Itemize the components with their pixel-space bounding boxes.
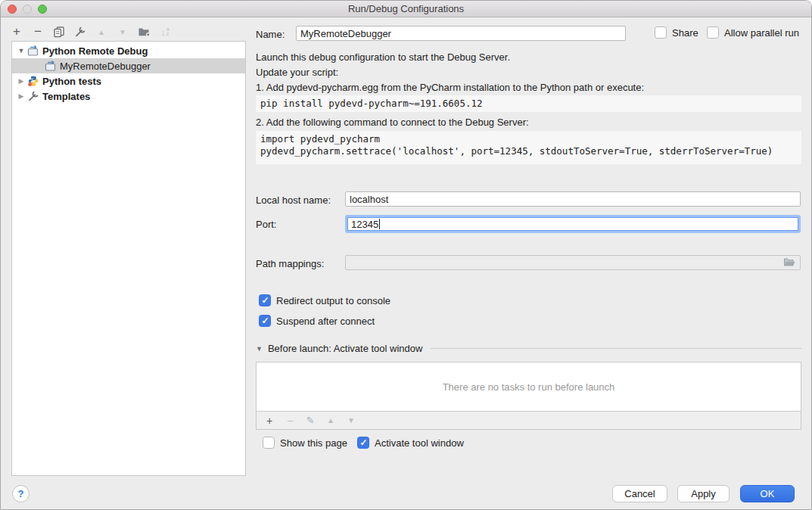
before-launch-task-list: There are no tasks to run before launch: [256, 362, 801, 412]
redirect-output-checkbox[interactable]: Redirect output to console: [259, 294, 390, 306]
pip-install-code: pip install pydevd-pycharm~=191.6605.12: [256, 95, 801, 112]
checkbox-checked-icon: [259, 315, 271, 327]
templates-wrench-icon: [27, 90, 39, 102]
move-up-icon: ▲: [327, 416, 334, 424]
move-up-button[interactable]: ▲: [93, 23, 110, 40]
share-checkbox[interactable]: Share: [655, 26, 698, 39]
wrench-icon: [74, 26, 86, 38]
remove-icon: −: [34, 24, 42, 39]
tree-item-label: MyRemoteDebugger: [60, 61, 151, 72]
remote-debug-config-icon: [27, 45, 39, 57]
apply-button[interactable]: Apply: [677, 485, 730, 502]
code-line-import: import pydevd_pycharm: [260, 133, 797, 145]
path-mappings-label: Path mappings:: [256, 258, 324, 269]
new-folder-button[interactable]: [135, 23, 152, 40]
traffic-lights: [8, 5, 47, 14]
tree-item-templates[interactable]: ▶ Templates: [12, 89, 245, 104]
name-input[interactable]: [296, 26, 626, 41]
copy-configuration-button[interactable]: [51, 23, 67, 40]
remove-icon: −: [287, 415, 293, 427]
checkbox-box-icon: [707, 26, 719, 39]
before-launch-section-header[interactable]: ▼ Before launch: Activate tool window: [256, 343, 801, 354]
empty-tasks-message: There are no tasks to run before launch: [443, 381, 615, 393]
tree-item-label: Python Remote Debug: [42, 45, 148, 57]
edit-task-button[interactable]: ✎: [305, 415, 316, 426]
move-up-icon: ▲: [98, 28, 105, 36]
show-this-page-label: Show this page: [280, 437, 347, 449]
edit-pencil-icon: ✎: [306, 415, 315, 426]
port-label: Port:: [256, 219, 276, 230]
move-task-up-button[interactable]: ▲: [325, 416, 336, 424]
name-label: Name:: [256, 29, 285, 40]
run-debug-configurations-dialog: Run/Debug Configurations + −: [0, 0, 812, 510]
checkbox-checked-icon: [357, 437, 369, 449]
port-input[interactable]: [345, 215, 801, 233]
activate-tool-window-label: Activate tool window: [375, 437, 464, 449]
help-button[interactable]: ?: [12, 485, 30, 502]
instruction-line-1: Launch this debug configuration to start…: [256, 51, 510, 63]
move-down-icon: ▼: [347, 416, 355, 424]
sort-az-icon: ↓ a z: [160, 26, 169, 38]
expand-toggle-icon[interactable]: ▶: [17, 77, 26, 85]
expand-toggle-icon[interactable]: ▼: [17, 47, 26, 54]
cancel-button[interactable]: Cancel: [612, 485, 667, 502]
window-title: Run/Debug Configurations: [1, 3, 811, 14]
remove-task-button[interactable]: −: [285, 415, 295, 427]
ok-button-label: OK: [761, 488, 775, 499]
add-task-button[interactable]: +: [264, 415, 275, 427]
move-down-icon: ▼: [119, 28, 126, 36]
tree-item-label: Templates: [42, 91, 90, 102]
add-icon: +: [266, 415, 272, 427]
minimize-button[interactable]: [23, 5, 32, 14]
collapse-section-icon[interactable]: ▼: [256, 345, 263, 353]
add-configuration-button[interactable]: +: [8, 23, 25, 40]
text-caret: [379, 219, 380, 229]
suspend-after-connect-checkbox[interactable]: Suspend after connect: [259, 315, 375, 327]
remove-configuration-button[interactable]: −: [30, 23, 46, 40]
local-host-name-input[interactable]: [345, 191, 801, 207]
show-this-page-checkbox[interactable]: Show this page: [263, 437, 347, 449]
before-launch-title: Before launch: Activate tool window: [268, 343, 423, 354]
help-icon: ?: [18, 488, 24, 499]
tree-item-python-tests[interactable]: ▶ Python tests: [12, 73, 245, 89]
tree-item-label: Python tests: [42, 76, 101, 87]
close-button[interactable]: [8, 5, 17, 14]
cancel-button-label: Cancel: [624, 488, 655, 499]
instruction-step-1: 1. Add pydevd-pycharm.egg from the PyCha…: [256, 82, 644, 93]
share-checkbox-label: Share: [672, 27, 698, 39]
redirect-output-label: Redirect output to console: [276, 295, 390, 306]
before-launch-toolbar: + − ✎ ▲ ▼: [256, 412, 801, 430]
instruction-step-2: 2. Add the following command to connect …: [256, 117, 529, 128]
checkbox-box-icon: [263, 437, 275, 449]
titlebar: Run/Debug Configurations: [1, 1, 811, 17]
section-divider: [431, 348, 801, 349]
path-mappings-browse-button[interactable]: [783, 257, 796, 270]
remote-debug-config-icon: [45, 60, 57, 72]
move-task-down-button[interactable]: ▼: [346, 416, 356, 424]
allow-parallel-run-label: Allow parallel run: [724, 27, 799, 39]
checkbox-box-icon: [655, 26, 667, 39]
path-mappings-input[interactable]: [345, 255, 801, 270]
move-down-button[interactable]: ▼: [114, 23, 131, 40]
instruction-line-2: Update your script:: [256, 67, 338, 78]
ok-button[interactable]: OK: [740, 485, 795, 502]
zoom-button[interactable]: [38, 5, 47, 14]
edit-templates-button[interactable]: [72, 23, 89, 40]
code-line-settrace: pydevd_pycharm.settrace('localhost', por…: [260, 145, 797, 157]
activate-tool-window-checkbox[interactable]: Activate tool window: [357, 437, 464, 449]
tree-item-myremotedebugger[interactable]: MyRemoteDebugger: [12, 58, 245, 73]
local-host-name-label: Local host name:: [256, 194, 331, 206]
configurations-toolbar: + − ▲ ▼: [8, 23, 173, 40]
apply-button-label: Apply: [691, 488, 716, 499]
allow-parallel-run-checkbox[interactable]: Allow parallel run: [707, 26, 799, 39]
open-folder-icon: [783, 257, 796, 268]
add-icon: +: [13, 24, 20, 39]
configurations-tree: ▼ Python Remote Debug MyRemoteDebugger ▶…: [11, 41, 246, 476]
suspend-after-connect-label: Suspend after connect: [276, 316, 375, 327]
python-tests-icon: [27, 75, 39, 87]
sort-configurations-button[interactable]: ↓ a z: [157, 23, 173, 40]
copy-icon: [53, 26, 65, 38]
new-folder-icon: [138, 26, 151, 38]
expand-toggle-icon[interactable]: ▶: [17, 92, 26, 100]
tree-item-python-remote-debug[interactable]: ▼ Python Remote Debug: [12, 43, 245, 58]
